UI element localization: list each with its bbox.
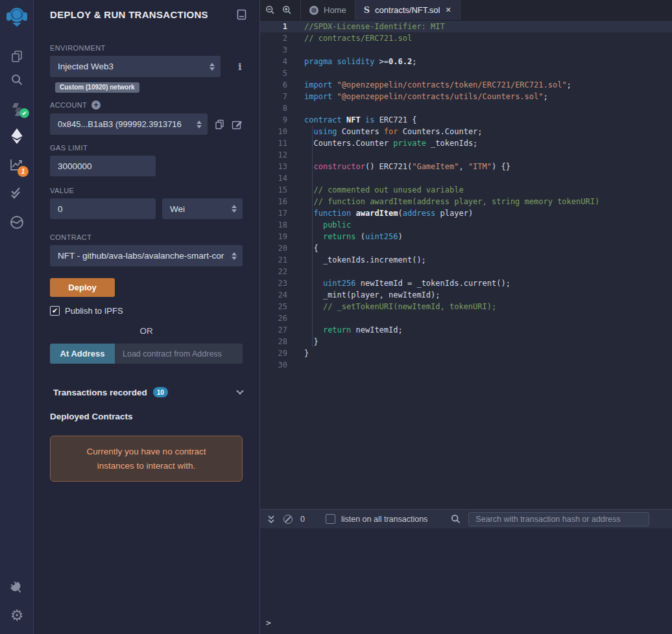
environment-label: ENVIRONMENT	[50, 44, 243, 52]
account-label-text: ACCOUNT	[50, 101, 87, 109]
environment-value: Injected Web3	[58, 62, 114, 71]
tab-nft-sol[interactable]: S contracts/NFT.sol ✕	[355, 0, 461, 20]
line-number: 13	[260, 161, 296, 172]
listen-transactions-label: listen on all transactions	[341, 515, 427, 524]
code-line[interactable]: 30	[260, 359, 672, 371]
code-text	[296, 44, 304, 56]
line-number: 10	[260, 126, 296, 137]
line-number: 17	[260, 207, 296, 219]
copy-account-icon[interactable]	[215, 119, 224, 130]
or-divider: OR	[50, 326, 243, 336]
select-arrows-icon	[197, 121, 202, 128]
remix-logo[interactable]	[0, 4, 34, 30]
code-line[interactable]: 15 // commented out unused variable	[260, 184, 672, 196]
value-input[interactable]	[50, 198, 156, 219]
code-line[interactable]: 25 // _setTokenURI(newItemId, tokenURI);	[260, 301, 672, 312]
code-line[interactable]: 17 function awardItem(address player)	[260, 207, 672, 219]
zoom-in-icon[interactable]	[278, 0, 295, 20]
code-line[interactable]: 2// contracts/ERC721.sol	[260, 32, 672, 44]
code-editor[interactable]: 1//SPDX-License-Identifier: MIT2// contr…	[260, 21, 672, 509]
analytics-icon[interactable]	[0, 157, 34, 172]
publish-ipfs-checkbox[interactable]	[50, 306, 60, 316]
plugin-manager-icon[interactable]	[0, 580, 34, 596]
code-text	[296, 172, 304, 184]
line-number: 27	[260, 324, 296, 336]
docs-icon[interactable]	[237, 9, 246, 20]
terminal-search-icon	[451, 514, 461, 524]
code-line[interactable]: 20 {	[260, 242, 672, 254]
info-icon[interactable]: i	[238, 61, 242, 73]
collapse-terminal-icon[interactable]	[265, 515, 277, 524]
code-text: constructor() ERC721("GameItem", "ITM") …	[296, 161, 510, 172]
code-line[interactable]: 4pragma solidity >=0.6.2;	[260, 56, 672, 67]
code-text: using Counters for Counters.Counter;	[296, 126, 483, 137]
code-line[interactable]: 22	[260, 266, 672, 277]
code-text: // commented out unused variable	[296, 184, 464, 196]
line-number: 14	[260, 172, 296, 184]
contract-select[interactable]: NFT - github/ava-labs/avalanche-smart-co…	[50, 245, 243, 266]
code-text: // contracts/ERC721.sol	[296, 32, 412, 44]
code-line[interactable]: 16 // function awardItem(address player,…	[260, 196, 672, 207]
contract-label: CONTRACT	[50, 233, 243, 241]
code-line[interactable]: 24 _mint(player, newItemId);	[260, 289, 672, 301]
code-line[interactable]: 7import "@openzeppelin/contracts/utils/C…	[260, 91, 672, 102]
terminal-bar: 0 listen on all transactions	[260, 509, 672, 528]
listen-transactions-checkbox[interactable]	[326, 514, 335, 524]
code-line[interactable]: 21 _tokenIds.increment();	[260, 254, 672, 266]
code-line[interactable]: 13 constructor() ERC721("GameItem", "ITM…	[260, 161, 672, 172]
code-line[interactable]: 26	[260, 312, 672, 324]
code-text: {	[296, 242, 318, 254]
code-text: public	[296, 219, 351, 231]
code-line[interactable]: 14	[260, 172, 672, 184]
search-icon[interactable]	[0, 73, 34, 87]
code-line[interactable]: 19 returns (uint256)	[260, 231, 672, 242]
code-line[interactable]: 5	[260, 67, 672, 79]
transactions-recorded-label: Transactions recorded	[53, 388, 147, 397]
line-number: 24	[260, 289, 296, 301]
line-number: 11	[260, 137, 296, 149]
deploy-button[interactable]: Deploy	[50, 278, 115, 297]
code-line[interactable]: 12	[260, 149, 672, 161]
code-line[interactable]: 23 uint256 newItemId = _tokenIds.current…	[260, 277, 672, 289]
line-number: 28	[260, 336, 296, 347]
clear-terminal-icon[interactable]	[280, 515, 296, 524]
account-select[interactable]: 0x845...B1aB3 (999992.3913716	[50, 113, 208, 135]
code-line[interactable]: 28 }	[260, 336, 672, 347]
gas-limit-input[interactable]	[50, 156, 156, 176]
zoom-out-icon[interactable]	[261, 0, 278, 20]
file-explorer-icon[interactable]	[0, 49, 34, 64]
terminal-search-input[interactable]	[468, 512, 649, 526]
code-line[interactable]: 6import "@openzeppelin/contracts/token/E…	[260, 79, 672, 91]
debugger-icon[interactable]	[0, 215, 34, 230]
code-line[interactable]: 10 using Counters for Counters.Counter;	[260, 126, 672, 137]
tab-bar: Home S contracts/NFT.sol ✕	[260, 0, 672, 21]
code-line[interactable]: 27 return newItemId;	[260, 324, 672, 336]
close-icon[interactable]: ✕	[446, 6, 451, 14]
code-line[interactable]: 8	[260, 102, 672, 114]
code-line[interactable]: 29}	[260, 347, 672, 359]
add-account-icon[interactable]: +	[91, 100, 101, 110]
line-number: 26	[260, 312, 296, 324]
line-number: 22	[260, 266, 296, 277]
at-address-input[interactable]	[115, 344, 243, 364]
code-line[interactable]: 3	[260, 44, 672, 56]
terminal-prompt: >	[266, 618, 271, 628]
code-line[interactable]: 11 Counters.Counter private _tokenIds;	[260, 137, 672, 149]
settings-icon[interactable]: ⚙	[0, 607, 34, 624]
publish-ipfs-label: Publish to IPFS	[65, 306, 123, 316]
environment-select[interactable]: Injected Web3	[50, 56, 221, 77]
chevron-down-icon[interactable]	[236, 387, 243, 394]
value-unit-select[interactable]: Wei	[162, 198, 243, 219]
deploy-run-icon[interactable]	[0, 128, 34, 145]
solidity-compiler-icon[interactable]	[0, 101, 34, 118]
code-text: //SPDX-License-Identifier: MIT	[296, 21, 445, 32]
remix-home-icon	[309, 6, 318, 15]
tab-home[interactable]: Home	[300, 0, 355, 20]
at-address-button[interactable]: At Address	[50, 344, 115, 364]
contract-value: NFT - github/ava-labs/avalanche-smart-co…	[58, 251, 224, 261]
code-line[interactable]: 1//SPDX-License-Identifier: MIT	[260, 21, 672, 32]
code-line[interactable]: 9contract NFT is ERC721 {	[260, 114, 672, 126]
code-line[interactable]: 18 public	[260, 219, 672, 231]
unit-testing-icon[interactable]	[0, 185, 34, 201]
edit-account-icon[interactable]	[232, 119, 243, 130]
